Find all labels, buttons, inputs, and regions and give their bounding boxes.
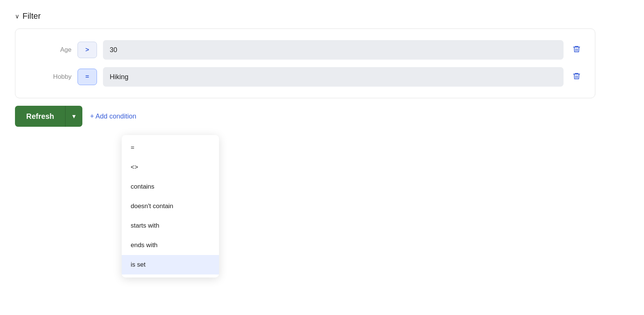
operator-option-ends-with[interactable]: ends with (122, 236, 219, 255)
filter-row-hobby: Hobby = (27, 63, 584, 90)
operator-option-starts-with[interactable]: starts with (122, 216, 219, 236)
operator-option-not-equals[interactable]: <> (122, 158, 219, 177)
bottom-actions-row: Refresh ▾ + Add condition (15, 106, 629, 127)
filter-row-age: Age > (27, 36, 584, 63)
filter-label-age: Age (27, 46, 72, 54)
delete-button-hobby[interactable] (569, 70, 584, 84)
operator-option-not-contains[interactable]: doesn't contain (122, 196, 219, 216)
value-input-hobby[interactable] (103, 67, 564, 87)
page-wrapper: ∨ Filter Age > Hobby = (15, 11, 629, 127)
filter-label-hobby: Hobby (27, 73, 72, 81)
trash-icon-hobby (572, 72, 581, 80)
refresh-dropdown-button[interactable]: ▾ (65, 106, 82, 127)
add-condition-link[interactable]: + Add condition (90, 112, 136, 120)
operator-option-is-set[interactable]: is set (122, 255, 219, 274)
value-input-age[interactable] (103, 40, 564, 60)
chevron-down-icon: ▾ (72, 112, 76, 120)
operator-option-equals[interactable]: = (122, 138, 219, 158)
filter-container: Age > Hobby = (15, 28, 595, 98)
operator-option-contains[interactable]: contains (122, 177, 219, 196)
operator-dropdown-menu: = <> contains doesn't contain starts wit… (122, 135, 219, 278)
operator-button-hobby[interactable]: = (78, 69, 97, 85)
operator-button-age[interactable]: > (78, 42, 97, 58)
filter-title: Filter (22, 11, 41, 21)
filter-collapse-icon: ∨ (15, 13, 19, 20)
filter-header[interactable]: ∨ Filter (15, 11, 629, 21)
delete-button-age[interactable] (569, 44, 584, 57)
trash-icon-age (572, 45, 581, 53)
refresh-button[interactable]: Refresh (15, 106, 65, 127)
